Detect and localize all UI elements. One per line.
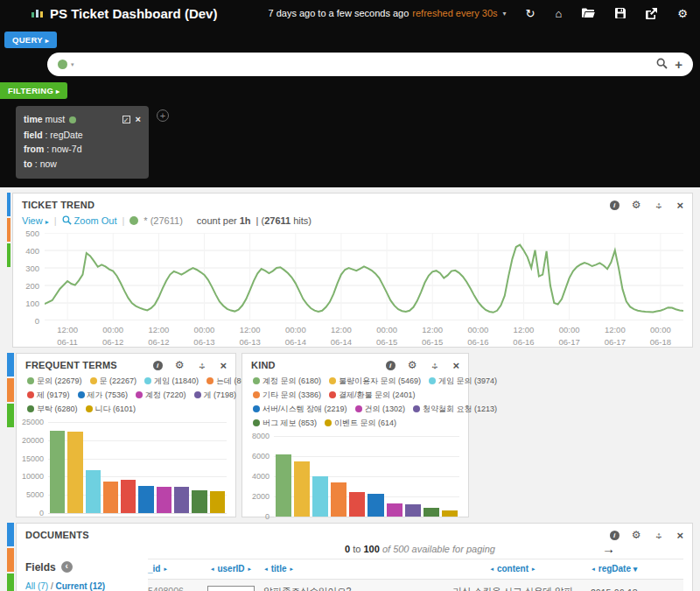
bar-게임 문의[interactable] <box>312 476 328 517</box>
legend-item[interactable]: 계정 (7220) <box>136 390 186 401</box>
bar-부탁[interactable] <box>192 490 206 513</box>
series-dot-icon[interactable] <box>130 216 138 225</box>
bar-건의[interactable] <box>387 503 402 517</box>
bar-제[interactable] <box>121 480 136 513</box>
bar-기타 문의[interactable] <box>331 482 346 517</box>
row-tab-orange[interactable] <box>7 218 10 242</box>
row-tab-orange[interactable] <box>7 548 14 572</box>
column-header-content[interactable]: ◄ content ► <box>435 564 591 573</box>
legend-item[interactable]: 게임 문의 (3974) <box>429 376 497 387</box>
bar-청약철회 요청[interactable] <box>405 504 421 517</box>
query-options-caret-icon[interactable]: ▾ <box>71 61 74 68</box>
legend-item[interactable]: 제 (9179) <box>27 390 70 401</box>
row-tab-green[interactable] <box>7 573 14 591</box>
bar-버그 제보[interactable] <box>424 508 439 517</box>
search-icon[interactable] <box>656 57 668 73</box>
save-icon[interactable] <box>615 8 626 18</box>
filter-toggle-checkbox-icon[interactable]: ✓ <box>122 116 130 123</box>
legend-item[interactable]: 게 (7198) <box>194 390 237 401</box>
legend-item[interactable]: 니다 (6101) <box>86 404 136 415</box>
bar-니다[interactable] <box>210 491 225 513</box>
bar-게임[interactable] <box>86 470 101 513</box>
trend-line-chart[interactable] <box>45 233 683 320</box>
bar-불량이용자 문의[interactable] <box>294 461 310 517</box>
share-icon[interactable] <box>646 8 657 19</box>
legend-item[interactable]: 기타 문의 (3386) <box>253 390 321 401</box>
legend-item[interactable]: 결제/환불 문의 (2401) <box>329 390 416 401</box>
info-icon[interactable]: i <box>610 201 620 210</box>
filtering-button[interactable]: FILTERING ▸ <box>0 82 67 99</box>
add-filter-icon[interactable]: + <box>157 109 169 122</box>
series-label[interactable]: * (27611) <box>144 215 182 226</box>
folder-open-icon[interactable] <box>582 8 595 18</box>
info-icon[interactable]: i <box>153 361 163 370</box>
frequent-terms-bar-chart[interactable] <box>48 422 227 513</box>
close-icon[interactable]: × <box>220 360 227 371</box>
table-row[interactable]: 5498006알파좀주실수있어요?리신 스킨을 사고 싶은데 알피 74가 모자… <box>148 580 683 591</box>
row-tab-orange[interactable] <box>7 378 14 402</box>
row-tab-green[interactable] <box>7 404 14 427</box>
info-icon[interactable]: i <box>610 531 620 540</box>
gear-icon[interactable]: ⚙ <box>408 360 417 370</box>
bar-계정[interactable] <box>157 487 172 513</box>
move-icon[interactable]: ↔↕ <box>653 530 664 541</box>
fields-current-link[interactable]: Current (12) <box>55 581 105 591</box>
refresh-interval-label[interactable]: refreshed every 30s <box>412 8 497 18</box>
column-header-_id[interactable]: _id ► <box>148 564 199 573</box>
filter-active-dot-icon[interactable] <box>69 116 76 123</box>
bar-게[interactable] <box>174 487 189 513</box>
column-header-userID[interactable]: ◄ userID ► <box>199 564 263 573</box>
legend-item[interactable]: 이벤트 문의 (614) <box>325 418 396 429</box>
query-pin-dot-icon[interactable] <box>58 60 67 69</box>
gear-icon[interactable]: ⚙ <box>677 8 688 19</box>
legend-item[interactable]: 제가 (7536) <box>78 390 129 401</box>
time-dropdown-caret-icon[interactable]: ▾ <box>503 10 507 18</box>
legend-item[interactable]: 게임 (11840) <box>144 376 199 387</box>
move-icon[interactable]: ↔↕ <box>653 200 664 211</box>
view-menu[interactable]: View ▸ <box>22 215 49 226</box>
legend-item[interactable]: 서버/시스템 장애 (2219) <box>253 404 347 415</box>
close-icon[interactable]: × <box>452 360 459 371</box>
home-icon[interactable]: ⌂ <box>555 8 562 19</box>
collapse-fields-icon[interactable]: ‹ <box>61 561 73 573</box>
move-icon[interactable]: ↔↕ <box>429 360 440 371</box>
legend-item[interactable]: 버그 제보 (853) <box>253 418 317 429</box>
close-icon[interactable]: × <box>676 200 683 211</box>
filter-remove-icon[interactable]: × <box>136 112 141 128</box>
bar-문의[interactable] <box>50 431 65 513</box>
legend-item[interactable]: 계정 문의 (6180) <box>253 376 321 387</box>
next-page-arrow-icon[interactable]: → <box>602 541 615 556</box>
query-button[interactable]: QUERY ▸ <box>4 32 57 48</box>
time-range-label[interactable]: 7 days ago to a few seconds ago <box>269 8 410 18</box>
kind-bar-chart[interactable] <box>274 436 459 517</box>
row-tab-blue[interactable] <box>7 523 14 546</box>
column-header-title[interactable]: ◄ title ► <box>263 564 435 573</box>
legend-item[interactable]: 문 (22267) <box>90 376 137 387</box>
refresh-icon[interactable]: ↻ <box>526 8 536 19</box>
bar-서버/시스템 장애[interactable] <box>368 494 383 517</box>
gear-icon[interactable]: ⚙ <box>175 360 185 370</box>
fields-all-link[interactable]: All (7) <box>25 581 48 591</box>
move-icon[interactable]: ↔↕ <box>196 360 207 371</box>
row-tab-blue[interactable] <box>7 353 14 376</box>
gear-icon[interactable]: ⚙ <box>632 530 641 540</box>
bar-계정 문의[interactable] <box>276 454 291 517</box>
gear-icon[interactable]: ⚙ <box>632 200 641 210</box>
zoom-out-button[interactable]: Zoom Out <box>62 215 117 226</box>
column-header-regDate[interactable]: ◄ regDate ▾ <box>591 564 683 573</box>
bar-이벤트 문의[interactable] <box>442 510 458 517</box>
add-query-icon[interactable]: + <box>675 58 682 71</box>
bar-결제/환불 문의[interactable] <box>349 492 365 517</box>
bar-문[interactable] <box>67 432 82 513</box>
legend-item[interactable]: 문의 (22679) <box>27 376 82 387</box>
close-icon[interactable]: × <box>676 530 683 541</box>
legend-item[interactable]: 부탁 (6280) <box>27 404 78 415</box>
bar-제가[interactable] <box>138 486 153 513</box>
query-input[interactable]: ▾ + <box>47 53 693 76</box>
bar-는데[interactable] <box>103 482 118 513</box>
info-icon[interactable]: i <box>386 361 396 370</box>
legend-item[interactable]: 불량이용자 문의 (5469) <box>329 376 421 387</box>
legend-item[interactable]: 청약철회 요청 (1213) <box>413 404 497 415</box>
row-tab-blue[interactable] <box>7 193 10 216</box>
row-tab-green[interactable] <box>7 243 10 267</box>
